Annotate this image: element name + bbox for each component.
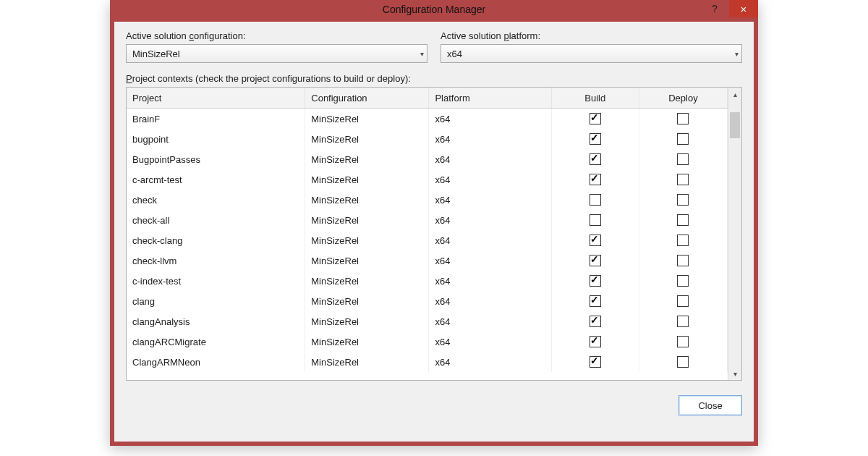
cell-configuration[interactable]: MinSizeRel xyxy=(305,210,429,230)
deploy-checkbox[interactable] xyxy=(677,174,689,185)
cell-platform[interactable]: x64 xyxy=(429,250,551,271)
cell-configuration[interactable]: MinSizeRel xyxy=(305,271,429,291)
cell-platform[interactable]: x64 xyxy=(429,210,551,230)
titlebar: Configuration Manager ? × xyxy=(110,0,758,22)
close-window-button[interactable]: × xyxy=(729,0,758,17)
build-checkbox[interactable] xyxy=(590,255,601,266)
cell-project: ClangARMNeon xyxy=(127,352,305,372)
cell-configuration[interactable]: MinSizeRel xyxy=(305,169,429,190)
solution-platform-value: x64 xyxy=(447,48,462,59)
build-checkbox[interactable] xyxy=(590,356,601,368)
cell-build xyxy=(551,332,639,352)
table-row[interactable]: checkMinSizeRelx64 xyxy=(127,190,728,210)
col-header-build[interactable]: Build xyxy=(551,88,639,109)
build-checkbox[interactable] xyxy=(590,316,601,327)
build-checkbox[interactable] xyxy=(590,174,601,185)
deploy-checkbox[interactable] xyxy=(677,316,689,327)
cell-configuration[interactable]: MinSizeRel xyxy=(305,109,429,130)
col-header-project[interactable]: Project xyxy=(127,88,305,109)
solution-config-dropdown[interactable]: MinSizeRel ▾ xyxy=(126,44,427,63)
build-checkbox[interactable] xyxy=(590,336,601,347)
build-checkbox[interactable] xyxy=(590,194,601,206)
cell-configuration[interactable]: MinSizeRel xyxy=(305,311,429,332)
table-row[interactable]: ClangARMNeonMinSizeRelx64 xyxy=(127,352,728,372)
cell-build xyxy=(551,311,639,332)
cell-build xyxy=(551,169,639,190)
cell-platform[interactable]: x64 xyxy=(429,190,551,210)
col-header-configuration[interactable]: Configuration xyxy=(305,88,429,109)
scroll-thumb[interactable] xyxy=(730,112,740,138)
cell-configuration[interactable]: MinSizeRel xyxy=(305,291,429,311)
table-row[interactable]: bugpointMinSizeRelx64 xyxy=(127,129,728,149)
cell-platform[interactable]: x64 xyxy=(429,169,551,190)
build-checkbox[interactable] xyxy=(590,214,601,226)
solution-config-value: MinSizeRel xyxy=(132,48,180,59)
table-row[interactable]: check-clangMinSizeRelx64 xyxy=(127,230,728,250)
table-row[interactable]: check-llvmMinSizeRelx64 xyxy=(127,250,728,271)
build-checkbox[interactable] xyxy=(590,153,601,165)
cell-configuration[interactable]: MinSizeRel xyxy=(305,250,429,271)
deploy-checkbox[interactable] xyxy=(677,255,689,266)
help-button[interactable]: ? xyxy=(700,0,729,17)
solution-platform-dropdown[interactable]: x64 ▾ xyxy=(441,44,742,63)
cell-build xyxy=(551,149,639,169)
cell-platform[interactable]: x64 xyxy=(429,271,551,291)
cell-platform[interactable]: x64 xyxy=(429,230,551,250)
build-checkbox[interactable] xyxy=(590,275,601,287)
cell-platform[interactable]: x64 xyxy=(429,149,551,169)
cell-configuration[interactable]: MinSizeRel xyxy=(305,352,429,372)
col-header-platform[interactable]: Platform xyxy=(429,88,551,109)
project-contexts-label: Project contexts (check the project conf… xyxy=(126,73,742,84)
cell-project: check-clang xyxy=(127,230,305,250)
table-row[interactable]: clangAnalysisMinSizeRelx64 xyxy=(127,311,728,332)
cell-platform[interactable]: x64 xyxy=(429,311,551,332)
deploy-checkbox[interactable] xyxy=(677,153,689,165)
table-row[interactable]: clangARCMigrateMinSizeRelx64 xyxy=(127,332,728,352)
build-checkbox[interactable] xyxy=(590,235,601,246)
cell-deploy xyxy=(639,291,727,311)
cell-project: BugpointPasses xyxy=(127,149,305,169)
build-checkbox[interactable] xyxy=(590,133,601,145)
table-row[interactable]: BrainFMinSizeRelx64 xyxy=(127,109,728,130)
cell-configuration[interactable]: MinSizeRel xyxy=(305,149,429,169)
scroll-up-icon[interactable]: ▴ xyxy=(728,88,741,101)
scroll-down-icon[interactable]: ▾ xyxy=(728,367,741,380)
deploy-checkbox[interactable] xyxy=(677,214,689,226)
cell-deploy xyxy=(639,352,727,372)
cell-platform[interactable]: x64 xyxy=(429,332,551,352)
cell-configuration[interactable]: MinSizeRel xyxy=(305,190,429,210)
cell-platform[interactable]: x64 xyxy=(429,352,551,372)
deploy-checkbox[interactable] xyxy=(677,295,689,307)
deploy-checkbox[interactable] xyxy=(677,113,689,124)
cell-platform[interactable]: x64 xyxy=(429,291,551,311)
table-row[interactable]: BugpointPassesMinSizeRelx64 xyxy=(127,149,728,169)
deploy-checkbox[interactable] xyxy=(677,275,689,287)
cell-project: c-index-test xyxy=(127,271,305,291)
cell-build xyxy=(551,291,639,311)
deploy-checkbox[interactable] xyxy=(677,356,689,368)
deploy-checkbox[interactable] xyxy=(677,336,689,347)
cell-deploy xyxy=(639,129,727,149)
build-checkbox[interactable] xyxy=(590,295,601,307)
cell-configuration[interactable]: MinSizeRel xyxy=(305,230,429,250)
cell-configuration[interactable]: MinSizeRel xyxy=(305,332,429,352)
build-checkbox[interactable] xyxy=(590,113,601,124)
vertical-scrollbar[interactable]: ▴ ▾ xyxy=(728,88,741,380)
table-row[interactable]: c-index-testMinSizeRelx64 xyxy=(127,271,728,291)
cell-project: check-all xyxy=(127,210,305,230)
cell-deploy xyxy=(639,210,727,230)
cell-configuration[interactable]: MinSizeRel xyxy=(305,129,429,149)
deploy-checkbox[interactable] xyxy=(677,133,689,145)
deploy-checkbox[interactable] xyxy=(677,235,689,246)
table-row[interactable]: c-arcmt-testMinSizeRelx64 xyxy=(127,169,728,190)
solution-platform-label: Active solution platform: xyxy=(441,30,742,41)
cell-build xyxy=(551,190,639,210)
deploy-checkbox[interactable] xyxy=(677,194,689,206)
cell-platform[interactable]: x64 xyxy=(429,109,551,130)
table-row[interactable]: clangMinSizeRelx64 xyxy=(127,291,728,311)
cell-project: check xyxy=(127,190,305,210)
cell-platform[interactable]: x64 xyxy=(429,129,551,149)
col-header-deploy[interactable]: Deploy xyxy=(639,88,727,109)
table-row[interactable]: check-allMinSizeRelx64 xyxy=(127,210,728,230)
close-button[interactable]: Close xyxy=(678,395,742,415)
